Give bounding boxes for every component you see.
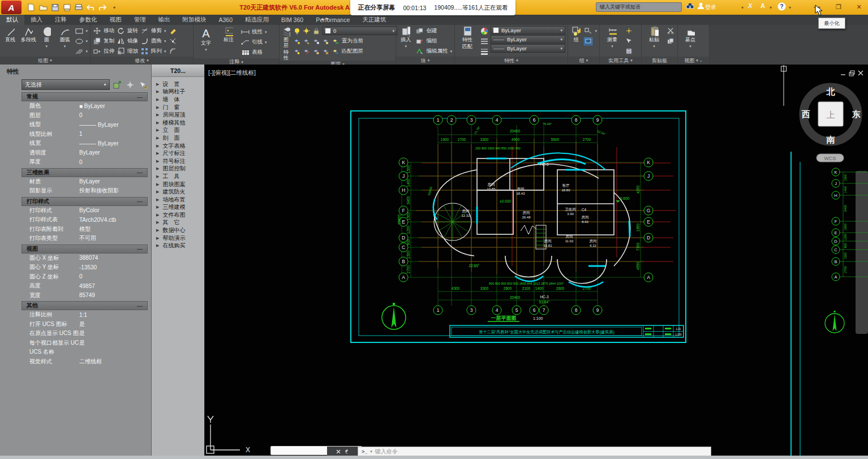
property-row[interactable]: 注释比例1:1 <box>22 310 148 320</box>
t20-menu-item[interactable]: ▶轴网柱子 <box>152 88 204 96</box>
t20-menu-item[interactable]: ▶门 窗 <box>152 104 204 111</box>
t20-menu-item[interactable]: ▶图块图案 <box>152 181 204 188</box>
rotate-button[interactable]: 旋转 <box>117 26 138 36</box>
layer-tool-icon-9[interactable] <box>321 48 330 55</box>
lineweight-list-icon[interactable] <box>480 48 488 55</box>
viewcube-east[interactable]: 东 <box>852 109 861 119</box>
linear-dim-button[interactable]: 线性▾ <box>241 27 267 37</box>
layer-tool-icon-3[interactable] <box>312 37 320 45</box>
layer-select-dropdown[interactable]: 0▾ <box>323 27 397 35</box>
quick-select-palette-icon[interactable] <box>139 80 148 89</box>
utilities-group-label[interactable]: 实用工具▾ <box>600 57 641 65</box>
section-header[interactable]: 常规— <box>22 92 148 101</box>
t20-menu-item[interactable]: ▶剖 面 <box>152 134 204 142</box>
property-row[interactable]: 打开 UCS 图标是 <box>22 320 148 329</box>
group-edit-icon[interactable] <box>584 37 592 45</box>
sign-in-link[interactable]: 登录 <box>705 3 716 11</box>
fillet-button[interactable]: 圆角▾ <box>140 36 166 46</box>
t20-menu-item[interactable]: ▶图层控制 <box>152 165 204 173</box>
property-row[interactable]: 颜色■ ByLayer <box>22 101 148 111</box>
property-row[interactable]: 透明度ByLayer <box>22 148 148 158</box>
t20-menu-item[interactable]: ▶房间屋顶 <box>152 111 204 119</box>
move-button[interactable]: 移动 <box>93 26 114 36</box>
layer-tool-icon-10[interactable] <box>331 48 340 55</box>
ribbon-tab[interactable]: A360 <box>213 15 239 25</box>
id-point-icon[interactable] <box>625 27 633 35</box>
close-button[interactable]: ✕ <box>852 3 866 12</box>
property-row[interactable]: 线型比例1 <box>22 130 148 139</box>
ribbon-tab[interactable]: Performance <box>310 15 356 25</box>
explode-button[interactable] <box>169 36 177 46</box>
edit-attributes-button[interactable]: 编辑属性▾ <box>415 46 452 56</box>
erase-button[interactable] <box>169 26 177 36</box>
offset-button[interactable] <box>169 46 177 56</box>
property-row[interactable]: 视觉样式二维线框 <box>22 357 148 367</box>
copy-button[interactable]: 复制 <box>93 36 114 46</box>
paste-button[interactable]: 粘贴▾ <box>644 26 664 57</box>
text-button[interactable]: A 文字▾ <box>196 26 216 58</box>
copy-clip-icon[interactable] <box>667 37 675 45</box>
ribbon-tab[interactable]: 参数化 <box>73 15 104 25</box>
close-command-icon[interactable] <box>336 449 341 454</box>
layer-on-bulb-icon[interactable] <box>293 27 301 35</box>
ribbon-tab[interactable]: 输出 <box>152 15 177 25</box>
insert-block-button[interactable]: 插入▾ <box>398 26 413 57</box>
property-row[interactable]: 阴影显示投射和接收阴影 <box>22 186 148 196</box>
t20-menu-item[interactable]: ▶立 面 <box>152 127 204 135</box>
trim-button[interactable]: 修剪▾ <box>140 26 166 36</box>
section-header[interactable]: 其他— <box>22 301 148 310</box>
t20-menu-item[interactable]: ▶设 置 <box>152 80 204 88</box>
t20-menu-item[interactable]: ▶文件布图 <box>152 211 204 219</box>
linetype-list-icon[interactable] <box>480 37 488 45</box>
linetype-dropdown[interactable]: ——ByLayer▾ <box>491 35 565 44</box>
layer-tool-icon-1[interactable] <box>293 37 301 45</box>
app-menu-button[interactable]: A <box>1 1 22 14</box>
t20-menu-item[interactable]: ▶工 具 <box>152 173 204 181</box>
property-row[interactable]: 圆心 Z 坐标0 <box>22 272 148 282</box>
groups-group-label[interactable]: 组▾ <box>568 57 599 65</box>
properties-group-label[interactable]: 特性▾ <box>455 57 568 65</box>
viewcube-north[interactable]: 北 <box>826 87 836 96</box>
t20-menu-item[interactable]: ▶楼梯其他 <box>152 119 204 127</box>
stretch-button[interactable]: 拉伸 <box>93 46 114 56</box>
ribbon-tab[interactable]: BIM 360 <box>275 15 310 25</box>
match-properties-button[interactable]: 特性匹配 <box>457 26 478 57</box>
layer-tool-icon-4[interactable] <box>321 37 330 45</box>
a360-icon[interactable]: A <box>760 2 765 9</box>
rectangle-tool-button[interactable]: ▾ <box>75 26 88 36</box>
circle-button[interactable]: 圆▾ <box>38 26 54 57</box>
property-row[interactable]: 线型——— ByLayer <box>22 120 148 130</box>
t20-menu-item[interactable]: ▶建筑防火 <box>152 188 204 196</box>
property-row[interactable]: 打印样式ByColor <box>22 206 148 216</box>
create-block-button[interactable]: 创建 <box>415 26 452 36</box>
section-header[interactable]: 打印样式— <box>22 197 148 206</box>
layer-freeze-sun-icon[interactable] <box>302 27 311 35</box>
modify-group-label[interactable]: 修改▾ <box>91 57 193 65</box>
property-row[interactable]: 图层0 <box>22 111 148 121</box>
search-binoculars-icon[interactable] <box>686 2 695 11</box>
drawing-close-icon[interactable] <box>858 71 863 75</box>
property-row[interactable]: 厚度0 <box>22 157 148 167</box>
t20-menu-item[interactable]: ▶数据中心 <box>152 226 204 234</box>
drawing-restore-icon[interactable] <box>849 71 854 76</box>
set-current-layer-button[interactable]: 置为当前 <box>293 36 397 46</box>
ribbon-tab[interactable]: 天正建筑 <box>356 15 392 25</box>
t20-menu-item[interactable]: ▶其 它 <box>152 219 204 227</box>
block-group-label[interactable]: 块▾ <box>396 57 454 65</box>
cut-scissors-icon[interactable] <box>667 27 675 35</box>
qat-menu-icon[interactable]: ▾ <box>109 2 119 12</box>
undo-icon[interactable] <box>85 2 96 12</box>
t20-panel-title[interactable]: T20... <box>152 65 204 77</box>
select-objects-icon[interactable] <box>126 80 135 89</box>
cad-viewport[interactable]: [-][俯视][二维线框] 北 南 西 东 上 WCS <box>205 65 868 456</box>
property-row[interactable]: 宽度85749 <box>22 291 148 301</box>
t20-menu-item[interactable]: ▶墙 体 <box>152 96 204 104</box>
hatch-tool-button[interactable]: ▾ <box>75 46 88 56</box>
ribbon-tab[interactable]: 视图 <box>104 15 128 25</box>
layer-tool-icon-7[interactable] <box>302 48 311 55</box>
viewport-controls-label[interactable]: [-][俯视][二维线框] <box>208 69 256 76</box>
ribbon-tab[interactable]: 精选应用 <box>239 15 275 25</box>
ribbon-tab[interactable]: 管理 <box>128 15 152 25</box>
color-dropdown[interactable]: ByLayer▾ <box>491 26 565 35</box>
quick-calc-icon[interactable] <box>625 48 633 55</box>
